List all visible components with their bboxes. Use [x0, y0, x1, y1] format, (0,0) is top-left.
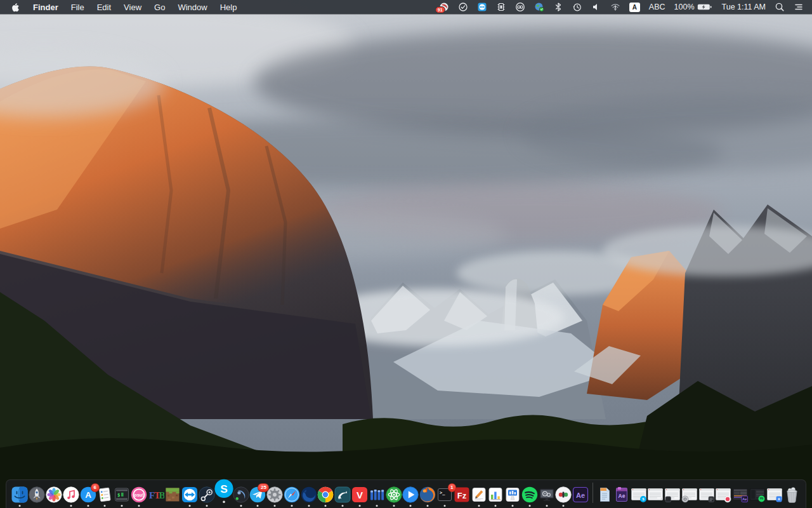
running-indicator [189, 505, 191, 507]
dock-iterm[interactable]: $ [114, 486, 130, 503]
wifi-menu[interactable] [606, 0, 625, 14]
dock-telegram[interactable]: 25 [249, 486, 266, 503]
running-indicator [325, 505, 327, 507]
photos-icon [46, 486, 62, 503]
dock-after-effects[interactable]: Ae [572, 486, 589, 503]
dock-osu[interactable]: osu! [131, 486, 147, 503]
input-source-menu[interactable]: A [625, 0, 645, 14]
memory-monitor-menu[interactable] [492, 0, 511, 14]
dock-skype[interactable]: S [214, 479, 233, 498]
dock-vivaldi[interactable]: V [351, 486, 368, 503]
update-notifier-menu[interactable]: 91 [435, 0, 454, 14]
running-indicator [87, 505, 89, 507]
dock-launchpad[interactable] [29, 486, 45, 503]
dock-window-plain[interactable] [647, 486, 664, 503]
menu-bar-status-area: 91AABC100%Tue 1:11 AM [435, 0, 808, 14]
svg-text:$: $ [117, 492, 121, 498]
dock-window-gear[interactable] [681, 486, 698, 503]
dock-capture-circle[interactable] [555, 486, 572, 503]
monitor-gears-icon [539, 486, 555, 503]
dock-ftb[interactable]: FTB [148, 486, 164, 503]
svg-text:Fz: Fz [457, 491, 467, 500]
menu-help[interactable]: Help [214, 0, 244, 14]
dock-numbers[interactable] [487, 486, 504, 503]
menu-window[interactable]: Window [171, 0, 213, 14]
dock-steam[interactable] [199, 486, 215, 503]
dock-document-file[interactable] [596, 486, 613, 503]
bluetooth-menu[interactable] [549, 0, 568, 14]
dock-teamviewer[interactable] [181, 486, 198, 503]
dock-firefox[interactable] [419, 486, 436, 503]
time-machine-icon [572, 2, 582, 12]
battery-menu[interactable]: 100% [670, 0, 717, 14]
dock-gyazo[interactable] [334, 486, 351, 503]
battery-icon [697, 2, 713, 12]
svg-text:Ae: Ae [742, 497, 747, 501]
dock-level-bars[interactable] [369, 486, 385, 503]
dock-system-preferences[interactable] [266, 486, 283, 503]
dock-terminal[interactable]: >_1 [436, 486, 453, 503]
dock-spotify[interactable] [521, 486, 538, 503]
spotlight-menu[interactable] [770, 0, 789, 14]
trash-full-icon [783, 485, 800, 502]
dock-ae-project[interactable]: Ae [613, 486, 630, 503]
dock-itunes[interactable] [63, 486, 79, 503]
dock-window-ae-dark[interactable]: Ae [732, 486, 749, 503]
dock-firefox-nightly[interactable] [301, 486, 317, 503]
atom-icon [386, 486, 402, 503]
dock-keynote[interactable] [504, 486, 521, 503]
ftb-icon: FTB [148, 486, 164, 503]
apple-menu[interactable] [4, 0, 27, 14]
window-plain-icon [647, 486, 664, 503]
wallpaper-el-capitan [0, 0, 812, 508]
dock-window-spotify-dark[interactable] [749, 486, 766, 503]
wifi-alert-icon [610, 2, 620, 12]
sync-check-menu[interactable] [454, 0, 473, 14]
globe-status-menu[interactable] [530, 0, 549, 14]
running-indicator [495, 505, 497, 507]
dock-minecraft[interactable] [164, 486, 181, 503]
time-machine-menu[interactable] [568, 0, 587, 14]
dock-monitor-gears[interactable] [539, 486, 555, 503]
dock-chrome[interactable] [317, 486, 334, 503]
menu-go[interactable]: Go [148, 0, 171, 14]
system-preferences-icon [266, 486, 283, 503]
running-indicator [512, 505, 514, 507]
menu-file[interactable]: File [65, 0, 91, 14]
dock-window-dark-badge[interactable] [664, 486, 681, 503]
dock-photos[interactable] [46, 486, 62, 503]
dock-app-store[interactable]: A6 [80, 486, 96, 503]
running-indicator [410, 505, 412, 507]
spotlight-icon [775, 2, 785, 12]
notification-center-menu[interactable] [789, 0, 808, 14]
menu-edit[interactable]: Edit [91, 0, 117, 14]
svg-text:osu!: osu! [134, 493, 144, 497]
teamviewer-icon [181, 486, 198, 503]
keyboard-layout-label[interactable]: ABC [645, 0, 670, 14]
dock-pages[interactable] [471, 486, 487, 503]
chrome-icon [317, 486, 334, 503]
running-indicator [393, 505, 395, 507]
dock-window-red-badge[interactable] [715, 486, 731, 503]
numbers-icon [487, 486, 504, 503]
volume-menu[interactable] [587, 0, 606, 14]
dock-window-list[interactable] [698, 486, 715, 503]
clock-menu[interactable]: Tue 1:11 AM [717, 0, 770, 14]
window-red-badge-icon [715, 486, 731, 503]
dock-finder[interactable] [11, 486, 28, 503]
window-gear-icon [681, 486, 698, 503]
dock-window-blue-badge[interactable] [766, 486, 783, 503]
menu-finder[interactable]: Finder [27, 0, 65, 14]
creative-cloud-menu[interactable] [511, 0, 530, 14]
running-indicator [308, 505, 310, 507]
dock-trash-full[interactable] [783, 485, 801, 503]
dock-teamspeak[interactable] [233, 486, 249, 503]
dock-window-skype[interactable]: s [631, 486, 647, 503]
dock-safari[interactable] [284, 486, 300, 503]
dock-atom[interactable] [386, 486, 402, 503]
running-indicator [138, 505, 140, 507]
teamviewer-menu[interactable] [473, 0, 492, 14]
dock-media-player[interactable] [402, 486, 419, 503]
menu-view[interactable]: View [117, 0, 148, 14]
svg-text:V: V [357, 490, 363, 500]
